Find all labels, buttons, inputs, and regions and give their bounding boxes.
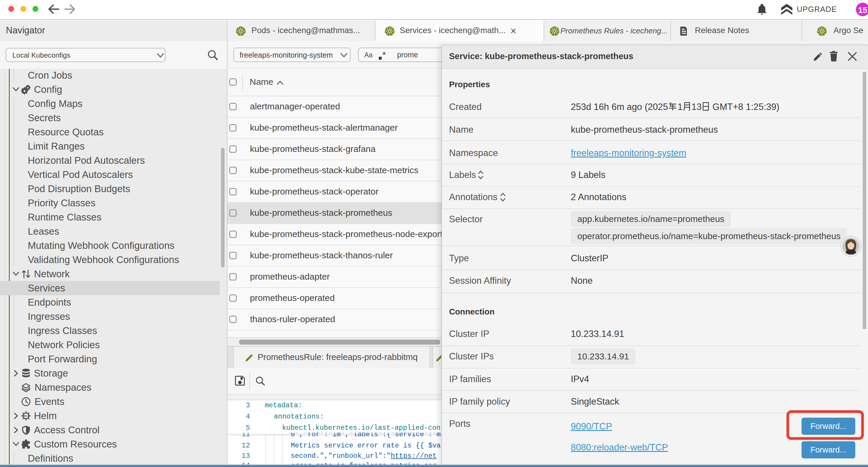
svg-text:HELM: HELM (23, 414, 30, 417)
